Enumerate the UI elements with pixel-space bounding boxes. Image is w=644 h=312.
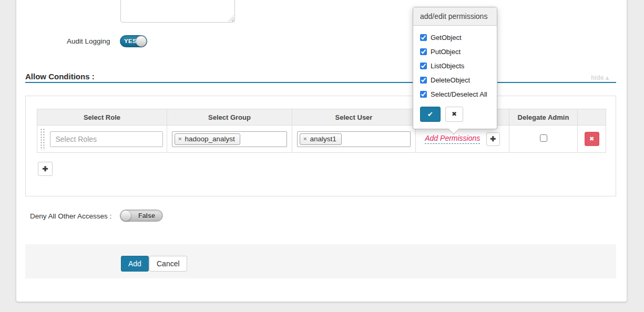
permission-option: GetObject (420, 33, 490, 42)
permission-checkbox-listobjects[interactable] (420, 63, 427, 69)
popover-cancel-button[interactable]: ✖ (445, 107, 463, 122)
column-header-select-role: Select Role (37, 109, 167, 126)
allow-conditions-table: Select Role Select Group Select User Del… (37, 109, 606, 153)
hide-section-link[interactable]: hide ▴ (591, 74, 609, 81)
add-permissions-link[interactable]: Add Permissions (425, 134, 480, 144)
toggle-knob (136, 36, 147, 47)
policy-condition-row: × hadoop_analyst × analyst1 Add Permissi (37, 126, 606, 153)
user-tag-label: analyst1 (310, 135, 336, 143)
popover-options: GetObject PutObject ListObjects DeleteOb… (413, 26, 497, 99)
select-user-input[interactable]: × analyst1 (297, 131, 411, 147)
permission-option: DeleteObject (420, 75, 490, 85)
audit-logging-toggle-value: YES (124, 38, 137, 44)
permission-checkbox-putobject[interactable] (420, 48, 427, 55)
column-header-select-group: Select Group (167, 109, 292, 126)
popover-confirm-button[interactable]: ✔ (420, 107, 441, 122)
allow-conditions-title: Allow Conditions : (25, 72, 95, 81)
section-divider (25, 82, 616, 83)
permission-checkbox-select-all[interactable] (420, 91, 427, 98)
deny-accesses-label: Deny All Other Accesses : (30, 212, 111, 220)
permissions-popover: add/edit permissions GetObject PutObject… (413, 7, 497, 129)
permission-checkbox-getobject[interactable] (420, 34, 427, 41)
permission-option: ListObjects (420, 61, 490, 70)
deny-accesses-toggle[interactable]: False (120, 210, 163, 222)
permission-label: Select/Deselect All (431, 90, 487, 98)
popover-title: add/edit permissions (413, 7, 497, 26)
group-tag-label: hadoop_analyst (185, 135, 234, 143)
delete-x-icon: ✖ (589, 136, 594, 142)
description-textarea[interactable] (120, 0, 235, 23)
permission-label: DeleteObject (431, 76, 470, 84)
selected-user-tag: × analyst1 (300, 133, 342, 145)
deny-accesses-toggle-value: False (138, 212, 155, 220)
check-icon: ✔ (427, 110, 433, 118)
hide-label: hide (591, 74, 604, 81)
selected-group-tag: × hadoop_analyst (175, 133, 240, 145)
permission-label: GetObject (431, 34, 462, 41)
column-header-delegate-admin: Delegate Admin (509, 109, 578, 126)
select-roles-input[interactable] (50, 131, 163, 147)
select-group-input[interactable]: × hadoop_analyst (172, 131, 287, 147)
audit-logging-label: Audit Logging (67, 37, 110, 45)
permission-label: ListObjects (431, 62, 464, 70)
policy-form-page: Audit Logging YES Allow Conditions : hid… (0, 0, 644, 312)
delegate-admin-checkbox[interactable] (540, 134, 547, 142)
caret-up-icon: ▴ (606, 74, 609, 81)
plus-icon: ✚ (490, 135, 496, 143)
row-drag-handle-icon[interactable] (40, 128, 45, 150)
tag-remove-icon[interactable]: × (303, 136, 306, 142)
form-actions-bar (25, 244, 616, 278)
permission-option: Select/Deselect All (420, 89, 490, 99)
audit-logging-toggle[interactable]: YES (120, 35, 147, 47)
permission-checkbox-deleteobject[interactable] (420, 77, 427, 84)
add-permissions-button[interactable]: ✚ (486, 132, 500, 146)
plus-icon: ✚ (43, 165, 48, 173)
table-header-row: Select Role Select Group Select User Del… (37, 109, 606, 126)
delete-condition-button[interactable]: ✖ (585, 132, 599, 146)
close-icon: ✖ (452, 110, 457, 118)
permission-option: PutObject (420, 47, 490, 56)
tag-remove-icon[interactable]: × (178, 136, 181, 142)
add-condition-row-button[interactable]: ✚ (38, 162, 53, 176)
add-button[interactable]: Add (121, 256, 149, 272)
cancel-button[interactable]: Cancel (149, 256, 187, 272)
column-header-select-user: Select User (292, 109, 416, 126)
permission-label: PutObject (431, 48, 461, 56)
column-header-actions (578, 109, 606, 126)
toggle-knob (120, 210, 131, 221)
